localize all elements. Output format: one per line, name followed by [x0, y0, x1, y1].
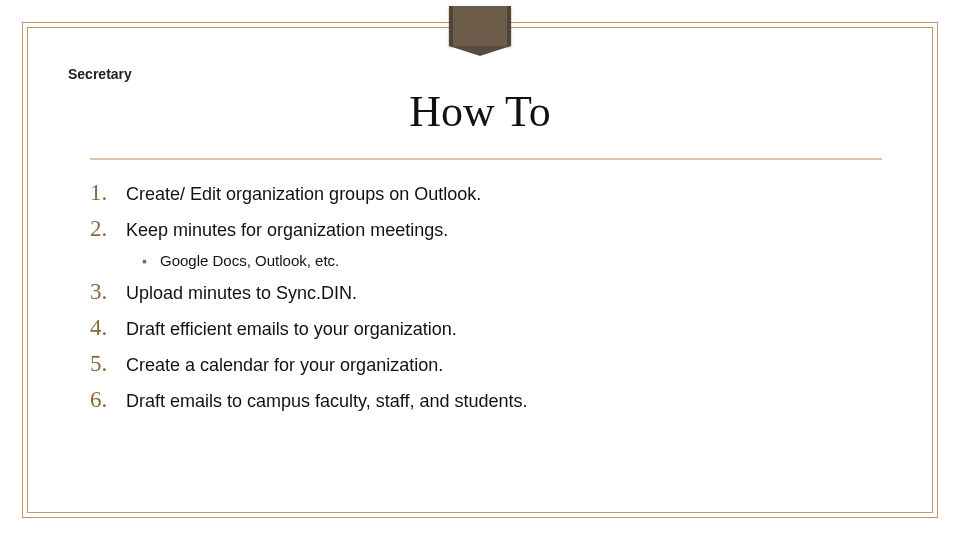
- list-item: 5. Create a calendar for your organizati…: [90, 351, 882, 377]
- slide-title: How To: [28, 86, 932, 137]
- list-text: Create/ Edit organization groups on Outl…: [120, 184, 481, 205]
- list-item: 6. Draft emails to campus faculty, staff…: [90, 387, 882, 413]
- list-text: Draft efficient emails to your organizat…: [120, 319, 457, 340]
- square-bullet-icon: ▪: [142, 253, 160, 269]
- list-number: 3.: [90, 279, 120, 305]
- title-divider: [90, 158, 882, 160]
- slide-inner-frame: Secretary How To 1. Create/ Edit organiz…: [27, 27, 933, 513]
- list-number: 5.: [90, 351, 120, 377]
- list-item: 2. Keep minutes for organization meeting…: [90, 216, 882, 242]
- sub-list-text: Google Docs, Outlook, etc.: [160, 252, 339, 269]
- ribbon-tab-icon: [449, 6, 511, 46]
- list-number: 1.: [90, 180, 120, 206]
- section-label: Secretary: [68, 66, 132, 82]
- list-item: 3. Upload minutes to Sync.DIN.: [90, 279, 882, 305]
- list-text: Keep minutes for organization meetings.: [120, 220, 448, 241]
- list-text: Draft emails to campus faculty, staff, a…: [120, 391, 528, 412]
- content-list: 1. Create/ Edit organization groups on O…: [90, 180, 882, 423]
- list-item: 1. Create/ Edit organization groups on O…: [90, 180, 882, 206]
- list-number: 2.: [90, 216, 120, 242]
- list-item: 4. Draft efficient emails to your organi…: [90, 315, 882, 341]
- list-text: Create a calendar for your organization.: [120, 355, 443, 376]
- list-text: Upload minutes to Sync.DIN.: [120, 283, 357, 304]
- sub-list-item: ▪ Google Docs, Outlook, etc.: [142, 252, 882, 269]
- list-number: 4.: [90, 315, 120, 341]
- slide-outer-frame: Secretary How To 1. Create/ Edit organiz…: [22, 22, 938, 518]
- list-number: 6.: [90, 387, 120, 413]
